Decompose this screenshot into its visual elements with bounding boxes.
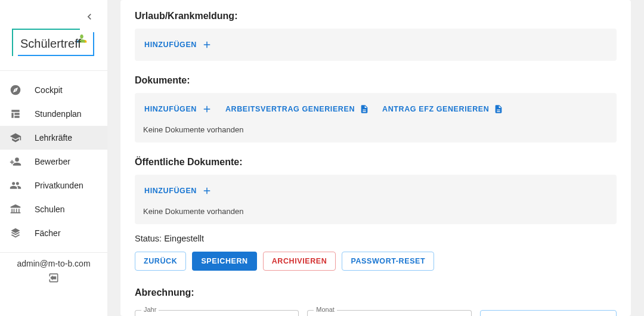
public-documents-panel: Hinzufügen Keine Dokumente vorhanden (135, 175, 617, 224)
button-label: Hinzufügen (144, 105, 197, 113)
nav-item-timetable[interactable]: Stundenplan (0, 102, 107, 126)
nav-item-schools[interactable]: Schulen (0, 197, 107, 221)
back-button[interactable]: Zurück (135, 252, 186, 271)
sidebar-nav: Cockpit Stundenplan Lehrkräfte Bewerber … (0, 71, 107, 252)
brand-name: Schülertreff (20, 37, 81, 51)
billing-generate-button[interactable]: Generieren (480, 310, 617, 316)
save-button[interactable]: Speichern (192, 252, 256, 271)
brand-logo: Schülertreff (0, 26, 107, 70)
status-label: Status: (135, 234, 162, 243)
vacation-section-title: Urlaub/Krankmeldung: (135, 0, 617, 29)
nav-item-private-customers[interactable]: Privatkunden (0, 174, 107, 197)
button-label: Antrag EFZ generieren (382, 105, 489, 113)
month-select-label: Monat (314, 306, 337, 313)
layers-icon (10, 227, 21, 239)
vacation-add-button[interactable]: Hinzufügen (143, 37, 213, 52)
public-documents-section-title: Öffentliche Dokumente: (135, 146, 617, 175)
archive-button[interactable]: Archivieren (263, 252, 336, 271)
nav-label: Fächer (35, 228, 61, 238)
year-select-label: Jahr (141, 306, 159, 313)
bank-icon (10, 203, 21, 215)
explore-icon (10, 84, 21, 96)
nav-item-teachers[interactable]: Lehrkräfte (0, 126, 107, 150)
documents-add-button[interactable]: Hinzufügen (143, 101, 213, 117)
plus-icon (202, 104, 212, 114)
documents-panel: Hinzufügen Arbeitsvertrag generieren Ant… (135, 93, 617, 142)
document-icon (494, 104, 503, 114)
password-reset-button[interactable]: Passwort-Reset (342, 252, 434, 271)
generate-efz-button[interactable]: Antrag EFZ generieren (381, 102, 504, 116)
plus-icon (202, 185, 212, 196)
button-label: Hinzufügen (144, 41, 197, 49)
month-select[interactable]: Monat Januar (307, 310, 471, 316)
nav-label: Stundenplan (35, 109, 82, 119)
nav-label: Schulen (35, 205, 65, 214)
sidebar: Schülertreff Cockpit Stundenplan Lehrkrä… (0, 0, 107, 316)
status-line: Status: Eingestellt (135, 228, 617, 252)
school-icon (10, 132, 21, 144)
button-label: Hinzufügen (144, 187, 197, 195)
main-content: Urlaub/Krankmeldung: Hinzufügen Dokument… (107, 0, 644, 316)
document-icon (360, 104, 369, 114)
logout-button[interactable] (0, 272, 107, 284)
action-button-row: Zurück Speichern Archivieren Passwort-Re… (135, 252, 617, 277)
nav-label: Lehrkräfte (35, 133, 72, 142)
button-label: Arbeitsvertrag generieren (225, 105, 355, 113)
group-icon (10, 179, 21, 191)
documents-empty-text: Keine Dokumente vorhanden (143, 117, 608, 134)
year-select[interactable]: Jahr 2024 (135, 310, 299, 316)
nav-item-applicants[interactable]: Bewerber (0, 150, 107, 174)
user-email: admin@m-to-b.com (0, 259, 107, 268)
public-documents-empty-text: Keine Dokumente vorhanden (143, 199, 608, 216)
documents-section-title: Dokumente: (135, 64, 617, 93)
collapse-sidebar-button[interactable] (83, 11, 95, 23)
nav-item-subjects[interactable]: Fächer (0, 221, 107, 245)
billing-section-title: Abrechnung: (135, 277, 617, 305)
brand-icon (75, 32, 88, 45)
status-value: Eingestellt (164, 234, 204, 243)
nav-label: Cockpit (35, 85, 63, 95)
vacation-panel: Hinzufügen (135, 29, 617, 61)
nav-label: Bewerber (35, 157, 70, 166)
public-documents-add-button[interactable]: Hinzufügen (143, 183, 213, 199)
nav-item-cockpit[interactable]: Cockpit (0, 78, 107, 102)
generate-contract-button[interactable]: Arbeitsvertrag generieren (224, 102, 370, 116)
table-chart-icon (10, 108, 21, 120)
person-add-icon (10, 156, 21, 168)
plus-icon (202, 39, 212, 50)
nav-label: Privatkunden (35, 181, 83, 190)
